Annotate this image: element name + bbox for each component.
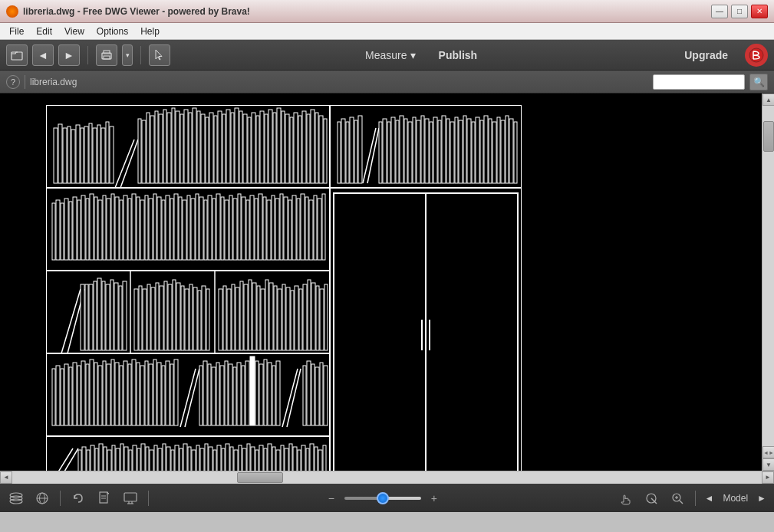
svg-rect-185	[282, 284, 285, 350]
svg-rect-292	[226, 444, 229, 471]
title-bar: libreria.dwg - Free DWG Viewer - powered…	[0, 0, 774, 23]
svg-rect-80	[86, 199, 89, 260]
cursor-button[interactable]	[149, 44, 170, 66]
svg-rect-308	[293, 447, 297, 471]
scrollbar-thumb[interactable]	[763, 121, 774, 152]
zoom-plus-icon[interactable]: +	[426, 490, 443, 507]
svg-rect-245	[272, 366, 275, 425]
svg-rect-307	[289, 444, 292, 471]
measure-button[interactable]: Measure ▾	[356, 46, 424, 64]
nav-prev-button[interactable]: ◄	[705, 493, 714, 504]
zoom-slider-container[interactable]: − +	[158, 490, 608, 507]
search-button[interactable]: 🔍	[749, 74, 768, 90]
svg-rect-120	[255, 199, 258, 260]
vertical-scrollbar[interactable]: ▲ ◄► ▼	[762, 94, 774, 471]
horizontal-scrollbar[interactable]: ◄ ►	[0, 471, 774, 483]
svg-rect-148	[110, 280, 114, 350]
svg-rect-168	[202, 286, 206, 350]
layers-icon[interactable]	[8, 490, 25, 507]
svg-rect-34	[167, 113, 171, 183]
nav-next-button[interactable]: ►	[757, 493, 766, 504]
next-button[interactable]: ►	[58, 44, 80, 66]
menu-edit[interactable]: Edit	[30, 25, 58, 38]
svg-rect-102	[179, 197, 182, 260]
scroll-left-button[interactable]: ◄	[0, 471, 12, 484]
undo-icon[interactable]	[70, 490, 87, 507]
svg-rect-136	[322, 194, 325, 260]
scroll-handle-button[interactable]: ◄►	[762, 446, 774, 458]
open-button[interactable]	[6, 44, 28, 66]
scroll-right-button[interactable]: ►	[762, 471, 774, 484]
svg-rect-250	[307, 361, 311, 425]
svg-rect-133	[309, 200, 313, 260]
cad-svg	[46, 105, 522, 471]
svg-rect-142	[85, 284, 88, 350]
svg-rect-174	[235, 287, 239, 350]
svg-rect-173	[232, 284, 235, 350]
svg-rect-101	[174, 194, 178, 260]
upgrade-button[interactable]: Upgrade	[672, 46, 740, 64]
menu-file[interactable]: File	[3, 25, 30, 38]
svg-rect-21	[97, 125, 100, 183]
svg-rect-28	[142, 120, 146, 183]
svg-rect-347	[476, 117, 479, 183]
svg-rect-166	[193, 287, 197, 350]
svg-rect-61	[282, 111, 285, 183]
svg-line-376	[651, 498, 654, 501]
scrollbar-h-thumb[interactable]	[237, 472, 283, 483]
publish-button[interactable]: Publish	[430, 46, 487, 64]
print-button[interactable]	[96, 44, 117, 66]
scrollbar-h-track[interactable]	[12, 471, 762, 484]
search-input[interactable]	[653, 74, 745, 90]
prev-button[interactable]: ◄	[32, 44, 54, 66]
scroll-up-button[interactable]: ▲	[762, 94, 774, 106]
svg-rect-309	[298, 450, 301, 471]
svg-rect-92	[137, 197, 140, 260]
svg-rect-144	[94, 281, 97, 350]
svg-rect-89	[124, 195, 127, 260]
print-dropdown-button[interactable]: ▾	[122, 44, 133, 66]
zoom-fit-icon[interactable]	[643, 490, 660, 507]
svg-rect-72	[52, 203, 55, 260]
svg-rect-353	[501, 120, 505, 183]
menu-view[interactable]: View	[58, 25, 91, 38]
svg-rect-36	[176, 111, 180, 183]
svg-rect-43	[206, 117, 209, 183]
svg-rect-298	[251, 447, 255, 471]
zoom-minus-icon[interactable]: −	[323, 490, 340, 507]
zoom-slider[interactable]	[344, 497, 421, 500]
svg-rect-164	[185, 289, 189, 350]
svg-rect-368	[100, 492, 107, 503]
close-button[interactable]: ✕	[751, 5, 768, 18]
zoom-slider-thumb[interactable]	[377, 492, 389, 504]
svg-rect-54	[252, 113, 255, 183]
svg-rect-339	[442, 116, 446, 183]
svg-rect-259	[87, 450, 90, 471]
svg-rect-264	[107, 450, 111, 471]
svg-rect-269	[129, 450, 132, 471]
zoom-window-icon[interactable]	[669, 490, 686, 507]
svg-rect-254	[324, 366, 328, 425]
world-icon[interactable]	[34, 490, 51, 507]
svg-rect-231	[212, 367, 216, 425]
hand-pan-icon[interactable]	[617, 490, 634, 507]
brava-logo[interactable]	[745, 44, 768, 67]
svg-rect-160	[168, 284, 172, 350]
maximize-button[interactable]: □	[731, 5, 748, 18]
svg-rect-285	[196, 445, 199, 471]
svg-rect-234	[225, 361, 228, 425]
svg-rect-184	[278, 289, 282, 350]
svg-rect-122	[263, 197, 266, 260]
model-label[interactable]: Model	[723, 493, 748, 504]
svg-rect-103	[183, 200, 186, 260]
scroll-down-button[interactable]: ▼	[762, 458, 774, 471]
help-icon[interactable]: ?	[6, 75, 20, 89]
minimize-button[interactable]: —	[711, 5, 728, 18]
page-icon[interactable]	[96, 490, 113, 507]
menu-options[interactable]: Options	[91, 25, 134, 38]
monitor-icon[interactable]	[122, 490, 139, 507]
svg-rect-121	[259, 194, 262, 260]
svg-rect-217	[140, 366, 144, 425]
menu-help[interactable]: Help	[134, 25, 166, 38]
scrollbar-track[interactable]	[762, 106, 774, 446]
